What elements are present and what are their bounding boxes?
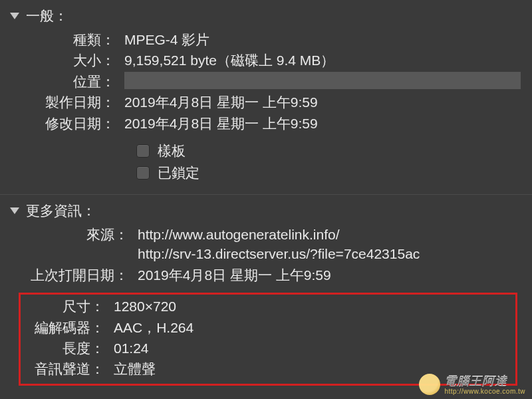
last-opened-value: 2019年4月8日 星期一 上午9:59 [128, 265, 522, 285]
dimensions-row: 尺寸： 1280×720 [21, 296, 515, 317]
size-label: 大小： [10, 51, 115, 70]
watermark-sub: http://www.kocoe.com.tw [444, 388, 525, 395]
stationery-checkbox[interactable] [136, 144, 150, 158]
general-section-header[interactable]: 一般： [0, 0, 532, 29]
last-opened-row: 上次打開日期： 2019年4月8日 星期一 上午9:59 [10, 265, 522, 285]
source-value: http://www.autogeneratelink.info/ http:/… [128, 225, 522, 264]
source-value-line-1: http://www.autogeneratelink.info/ [138, 225, 522, 244]
stationery-label: 樣板 [158, 140, 186, 162]
disclosure-triangle-icon[interactable] [10, 207, 19, 214]
more-info-section-header[interactable]: 更多資訊： [0, 195, 532, 224]
location-row: 位置： [10, 71, 522, 92]
source-value-line-2: http://srv-13.directserver.us/?file=7ce4… [138, 244, 522, 263]
size-value: 9,159,521 byte（磁碟上 9.4 MB） [115, 51, 522, 70]
created-label: 製作日期： [10, 92, 115, 112]
modified-label: 修改日期： [10, 114, 115, 133]
kind-label: 種類： [10, 30, 115, 49]
audio-label: 音訊聲道： [21, 359, 104, 378]
more-info-section-body: 來源： http://www.autogeneratelink.info/ ht… [0, 224, 532, 291]
audio-row: 音訊聲道： 立體聲 [21, 358, 515, 379]
source-label: 來源： [10, 225, 128, 244]
codecs-row: 編解碼器： AAC，H.264 [21, 317, 515, 338]
location-value-redacted [124, 72, 521, 89]
location-label: 位置： [10, 72, 115, 91]
codecs-value: AAC，H.264 [104, 318, 515, 337]
codecs-label: 編解碼器： [21, 318, 104, 337]
general-section-title: 一般： [26, 7, 68, 25]
last-opened-label: 上次打開日期： [10, 265, 128, 285]
locked-row: 已鎖定 [10, 162, 522, 184]
duration-value: 01:24 [104, 338, 515, 358]
created-value: 2019年4月8日 星期一 上午9:59 [115, 92, 522, 112]
duration-label: 長度： [21, 338, 104, 358]
general-section-body: 種類： MPEG-4 影片 大小： 9,159,521 byte（磁碟上 9.4… [0, 29, 532, 189]
stationery-row: 樣板 [10, 140, 522, 162]
highlight-box: 尺寸： 1280×720 編解碼器： AAC，H.264 長度： 01:24 音… [19, 293, 517, 386]
disclosure-triangle-icon[interactable] [10, 13, 19, 19]
kind-value: MPEG-4 影片 [115, 30, 522, 49]
created-row: 製作日期： 2019年4月8日 星期一 上午9:59 [10, 92, 522, 112]
size-row: 大小： 9,159,521 byte（磁碟上 9.4 MB） [10, 50, 522, 70]
audio-value: 立體聲 [104, 359, 515, 378]
dimensions-value: 1280×720 [104, 297, 515, 316]
source-row: 來源： http://www.autogeneratelink.info/ ht… [10, 224, 522, 265]
duration-row: 長度： 01:24 [21, 338, 515, 358]
modified-row: 修改日期： 2019年4月8日 星期一 上午9:59 [10, 113, 522, 134]
locked-label: 已鎖定 [158, 162, 200, 184]
modified-value: 2019年4月8日 星期一 上午9:59 [115, 114, 522, 133]
kind-row: 種類： MPEG-4 影片 [10, 29, 522, 50]
more-info-section-title: 更多資訊： [26, 201, 96, 220]
dimensions-label: 尺寸： [21, 297, 104, 316]
locked-checkbox[interactable] [136, 166, 150, 180]
